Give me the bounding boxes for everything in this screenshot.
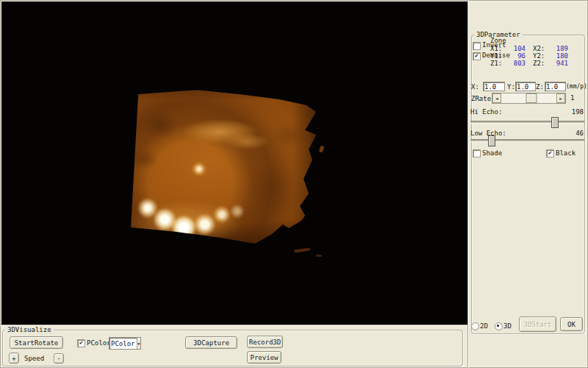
speed-minus-button[interactable]: -: [54, 353, 64, 364]
denoise-checkbox[interactable]: ✔: [473, 52, 481, 60]
ok-button[interactable]: OK: [560, 317, 583, 331]
mode-3d-radio[interactable]: [495, 322, 503, 330]
zone-y2-value: 180: [548, 52, 568, 60]
zone-z1-value: 803: [505, 60, 526, 67]
black-checkbox[interactable]: ✔: [546, 149, 554, 158]
mode-3d-label: 3D: [503, 322, 512, 330]
record-3d-button[interactable]: Record3D: [247, 336, 283, 348]
check-icon: ✔: [79, 340, 83, 346]
zrate-value: 1: [570, 94, 574, 102]
capture-3d-button[interactable]: 3DCapture: [185, 336, 237, 349]
zone-y2-label: Y2:: [533, 52, 545, 60]
zrate-thumb[interactable]: [526, 93, 537, 103]
zone-z1-label: Z1:: [490, 60, 502, 67]
pcolor-dropdown-value: PColor: [110, 340, 137, 347]
speed-label: Speed: [24, 355, 44, 362]
scale-z-label: Z:: [536, 83, 544, 91]
hi-echo-thumb[interactable]: [551, 117, 559, 128]
low-echo-slider[interactable]: [470, 139, 584, 142]
ultrasound-speck: [294, 247, 310, 252]
scale-unit-label: (mm/p): [566, 83, 587, 91]
scroll-left-icon[interactable]: ◄: [492, 93, 501, 103]
hi-echo-label: Hi Echo:: [470, 108, 502, 116]
ultrasound-speck: [319, 145, 325, 152]
pcolor-label: PColor: [87, 339, 111, 347]
low-echo-value: 46: [576, 130, 584, 137]
hi-echo-value: 198: [572, 108, 584, 116]
zone-x2-value: 189: [548, 45, 568, 52]
scale-y-input[interactable]: [515, 82, 536, 91]
start-rotate-button[interactable]: StartRotate: [10, 336, 63, 349]
low-echo-thumb[interactable]: [488, 135, 495, 146]
invert-checkbox[interactable]: ✔: [473, 42, 481, 50]
zrate-track[interactable]: [501, 93, 556, 103]
zone-x1-label: X1:: [490, 45, 502, 52]
zone-label: Zone: [490, 37, 506, 44]
check-icon: ✔: [475, 53, 478, 59]
shade-label: Shade: [482, 149, 502, 157]
zrate-label: ZRate: [471, 95, 491, 102]
ultrasound-texture: [129, 86, 319, 249]
pcolor-dropdown[interactable]: PColor ▼: [109, 337, 141, 350]
scale-z-input[interactable]: [545, 82, 566, 91]
zone-y1-label: Y1:: [490, 52, 502, 60]
zone-x2-label: X2:: [533, 45, 545, 52]
preview-button[interactable]: Preview: [247, 351, 282, 364]
visualize-panel: 3DVisualize StartRotate + Speed - ✔ PCol…: [0, 325, 467, 368]
app-window: 3DParameter ✔ Invert ✔ Denoise Zone X1: …: [0, 0, 588, 368]
zone-z2-value: 941: [548, 60, 568, 67]
black-label: Black: [556, 149, 576, 157]
scale-x-label: X:: [471, 83, 479, 91]
parameter-groupbox: [471, 35, 585, 334]
parameter-panel: 3DParameter ✔ Invert ✔ Denoise Zone X1: …: [467, 0, 588, 368]
dropdown-arrow-icon[interactable]: ▼: [137, 338, 140, 349]
check-icon: ✔: [548, 150, 552, 156]
zone-x1-value: 104: [505, 45, 526, 52]
ultrasound-speck: [316, 255, 322, 257]
pcolor-checkbox[interactable]: ✔: [77, 339, 85, 347]
hi-echo-slider[interactable]: [470, 121, 584, 124]
shade-checkbox[interactable]: ✔: [473, 149, 481, 158]
zone-y1-value: 96: [505, 52, 526, 60]
scale-y-label: Y:: [507, 83, 515, 91]
start3d-button[interactable]: 3DStart: [519, 316, 556, 332]
speed-plus-button[interactable]: +: [9, 353, 19, 364]
mode-2d-label: 2D: [480, 322, 488, 330]
zone-z2-label: Z2:: [533, 60, 545, 67]
mode-2d-radio[interactable]: [471, 322, 479, 330]
scale-x-input[interactable]: [483, 82, 505, 91]
scroll-right-icon[interactable]: ►: [556, 93, 565, 103]
ultrasound-render: [131, 88, 317, 247]
visualize-group-label: 3DVisualize: [5, 326, 54, 333]
viewport: [1, 1, 467, 325]
zrate-scrollbar[interactable]: ◄ ►: [492, 93, 566, 104]
